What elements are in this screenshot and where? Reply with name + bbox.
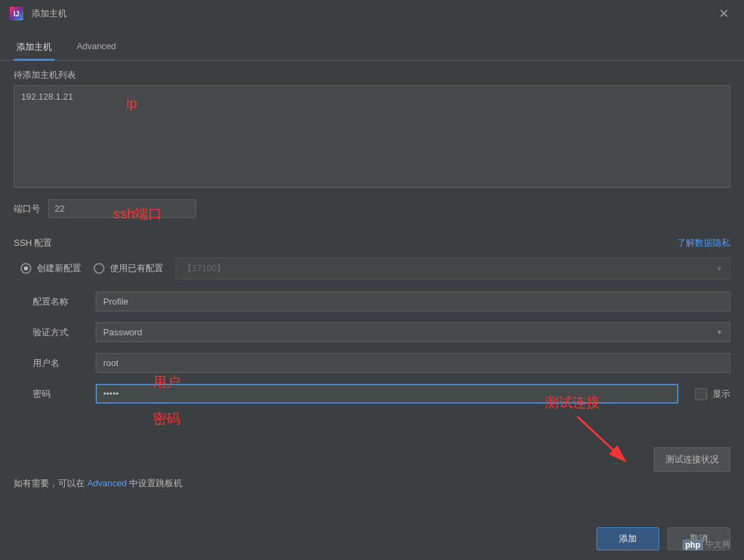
radio-existing-label: 使用已有配置 [110, 262, 163, 275]
checkbox-icon [695, 388, 707, 400]
profile-name-label: 配置名称 [33, 296, 87, 308]
show-password-toggle[interactable]: 显示 [695, 388, 730, 400]
profile-name-input[interactable] [96, 292, 730, 311]
dialog-button-bar: 添加 取消 [596, 527, 730, 550]
content-area: 待添加主机列表 端口号 SSH 配置 了解数据隐私 创建新配置 使用已有配置 【… [0, 61, 744, 498]
password-label: 密码 [33, 388, 87, 400]
cancel-button[interactable]: 取消 [667, 527, 730, 550]
hint-link[interactable]: Advanced [87, 478, 127, 488]
ssh-section-label: SSH 配置 [14, 237, 52, 249]
tab-advanced[interactable]: Advanced [74, 36, 119, 60]
hint-suffix: 中设置跳板机 [126, 478, 182, 488]
hint-prefix: 如有需要，可以在 [14, 478, 87, 488]
app-icon: IJ [10, 7, 23, 20]
password-input[interactable] [96, 384, 678, 404]
titlebar: IJ 添加主机 ✕ [0, 0, 744, 27]
username-label: 用户名 [33, 357, 87, 369]
existing-config-select[interactable]: 【17100】 ▼ [176, 257, 730, 279]
chevron-down-icon: ▼ [716, 265, 723, 272]
close-icon[interactable]: ✕ [713, 3, 734, 24]
port-input[interactable] [49, 199, 196, 218]
show-password-label: 显示 [713, 388, 730, 400]
hostlist-label: 待添加主机列表 [14, 69, 730, 81]
auth-method-label: 验证方式 [33, 326, 87, 339]
username-input[interactable] [96, 353, 730, 373]
auth-method-select[interactable]: Password ▼ [96, 322, 730, 342]
port-label: 端口号 [14, 203, 40, 215]
hostlist-input[interactable] [14, 85, 730, 188]
existing-config-value: 【17100】 [183, 262, 225, 275]
auth-method-value: Password [103, 327, 142, 337]
radio-unselected-icon [94, 263, 105, 274]
window-title: 添加主机 [31, 8, 67, 20]
radio-new-config[interactable]: 创建新配置 [20, 262, 81, 275]
tab-bar: 添加主机 Advanced [0, 36, 744, 61]
radio-existing-config[interactable]: 使用已有配置 [94, 262, 163, 275]
advanced-hint: 如有需要，可以在 Advanced 中设置跳板机 [14, 472, 730, 490]
chevron-down-icon: ▼ [716, 328, 723, 336]
radio-new-label: 创建新配置 [37, 262, 81, 275]
tab-add-host[interactable]: 添加主机 [14, 36, 55, 60]
privacy-link[interactable]: 了解数据隐私 [677, 237, 730, 249]
test-connection-button[interactable]: 测试连接状况 [654, 447, 730, 472]
add-button[interactable]: 添加 [596, 527, 659, 550]
radio-selected-icon [20, 263, 31, 274]
